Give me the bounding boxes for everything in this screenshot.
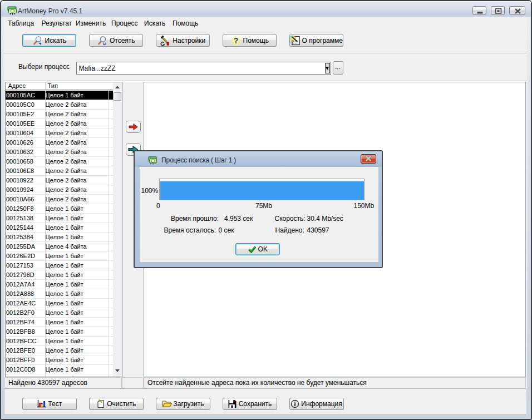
svg-text:?: ? xyxy=(233,36,238,45)
